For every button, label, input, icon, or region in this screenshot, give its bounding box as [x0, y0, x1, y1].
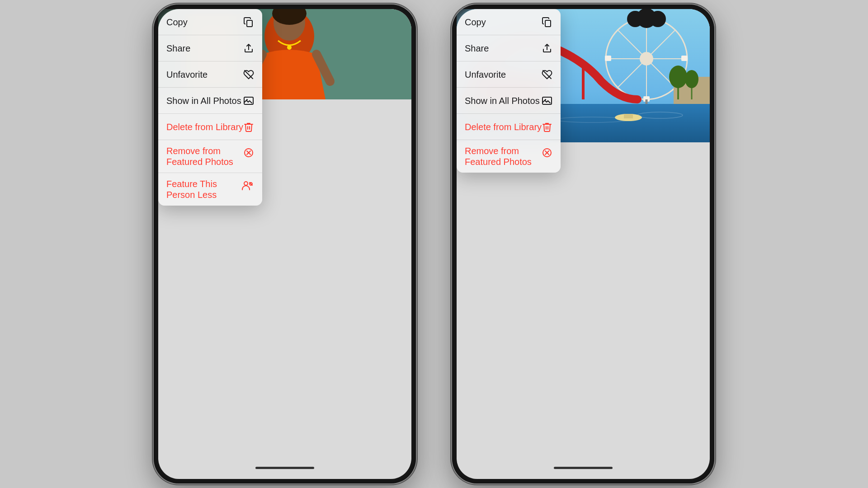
- share-icon-2: [542, 43, 552, 54]
- svg-rect-28: [605, 56, 611, 61]
- menu-item-show-all-2[interactable]: Show in All Photos: [457, 88, 561, 114]
- menu-label-feature-less-1: Feature ThisPerson Less: [166, 178, 217, 200]
- menu-item-share-1[interactable]: Share: [158, 35, 262, 61]
- menu-item-unfavorite-2[interactable]: Unfavorite: [457, 61, 561, 88]
- menu-label-share-2: Share: [465, 43, 489, 54]
- menu-label-remove-featured-1: Remove fromFeatured Photos: [166, 145, 233, 167]
- phone-2: Copy Share: [452, 5, 714, 483]
- copy-icon-2: [542, 17, 552, 28]
- menu-item-feature-less-1[interactable]: Feature ThisPerson Less: [158, 173, 262, 206]
- phone-2-screen: Copy Share: [457, 9, 710, 479]
- menu-label-copy-1: Copy: [166, 17, 188, 28]
- phone-1-screen: Copy Share: [158, 9, 411, 479]
- svg-point-15: [244, 182, 248, 185]
- photos-icon-1: [243, 95, 254, 106]
- menu-label-show-all-1: Show in All Photos: [166, 95, 241, 106]
- svg-rect-59: [545, 20, 551, 27]
- copy-icon-1: [243, 17, 254, 28]
- share-icon-1: [243, 43, 254, 54]
- menu-label-show-all-2: Show in All Photos: [465, 95, 540, 106]
- menu-item-remove-featured-2[interactable]: Remove fromFeatured Photos: [457, 140, 561, 173]
- menu-item-delete-1[interactable]: Delete from Library: [158, 114, 262, 140]
- menu-item-copy-2[interactable]: Copy: [457, 9, 561, 35]
- svg-rect-26: [681, 56, 688, 61]
- svg-point-56: [685, 70, 698, 88]
- svg-point-54: [669, 66, 687, 88]
- svg-point-7: [287, 45, 292, 50]
- home-indicator-2: [554, 467, 613, 469]
- remove-icon-2: [542, 147, 552, 158]
- menu-item-remove-featured-1[interactable]: Remove fromFeatured Photos: [158, 140, 262, 173]
- menu-item-unfavorite-1[interactable]: Unfavorite: [158, 61, 262, 88]
- svg-point-32: [637, 9, 656, 28]
- menu-label-copy-2: Copy: [465, 17, 486, 28]
- menu-item-copy-1[interactable]: Copy: [158, 9, 262, 35]
- unfavorite-icon-2: [542, 69, 552, 80]
- menu-label-unfavorite-2: Unfavorite: [465, 69, 506, 80]
- svg-rect-58: [624, 114, 633, 118]
- unfavorite-icon-1: [243, 69, 254, 80]
- menu-item-delete-2[interactable]: Delete from Library: [457, 114, 561, 140]
- menu-item-show-all-1[interactable]: Show in All Photos: [158, 88, 262, 114]
- context-menu-1: Copy Share: [158, 9, 262, 206]
- svg-point-29: [640, 52, 653, 66]
- svg-rect-8: [247, 20, 252, 27]
- delete-icon-1: [243, 122, 254, 132]
- menu-item-share-2[interactable]: Share: [457, 35, 561, 61]
- phone-1: Copy Share: [154, 5, 416, 483]
- menu-label-delete-2: Delete from Library: [465, 122, 542, 132]
- context-menu-2: Copy Share: [457, 9, 561, 173]
- menu-label-remove-featured-2: Remove fromFeatured Photos: [465, 145, 532, 167]
- delete-icon-2: [542, 122, 552, 132]
- menu-label-delete-1: Delete from Library: [166, 122, 243, 132]
- home-indicator-1: [255, 467, 314, 469]
- menu-label-unfavorite-1: Unfavorite: [166, 69, 208, 80]
- remove-icon-1: [243, 147, 254, 158]
- photos-icon-2: [542, 95, 552, 106]
- menu-label-share-1: Share: [166, 43, 190, 54]
- person-icon-1: [241, 180, 254, 191]
